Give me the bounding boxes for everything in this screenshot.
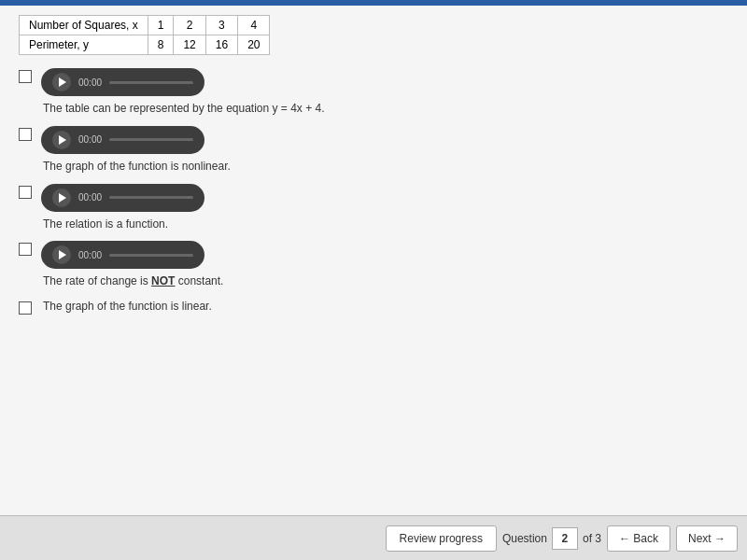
play-triangle-icon-2 (59, 135, 66, 145)
back-button[interactable]: ← Back (607, 525, 670, 552)
checkbox-5[interactable] (19, 301, 32, 315)
audio-player-1[interactable]: 00:00 (41, 68, 204, 96)
progress-bar-4 (109, 254, 193, 257)
next-button[interactable]: Next → (676, 525, 738, 552)
audio-player-3[interactable]: 00:00 (41, 184, 204, 212)
option-text-2: The graph of the function is nonlinear. (41, 159, 728, 175)
answer-option-2: 00:00 The graph of the function is nonli… (19, 126, 728, 175)
progress-bar-2 (109, 138, 193, 141)
option-content-2: 00:00 The graph of the function is nonli… (41, 126, 728, 175)
answer-option-1: 00:00 The table can be represented by th… (19, 68, 728, 117)
data-table: Number of Squares, x 1 2 3 4 Perimeter, … (19, 15, 270, 55)
play-triangle-icon-3 (59, 193, 66, 203)
option-text-4: The rate of change is NOT constant. (41, 273, 728, 289)
play-triangle-icon-1 (59, 77, 66, 87)
question-label: Question (502, 532, 547, 545)
table-val-2: 12 (174, 35, 205, 55)
table-row-label: Perimeter, y (20, 35, 148, 55)
checkbox-4[interactable] (19, 243, 32, 256)
play-button-1[interactable] (52, 73, 71, 91)
table-val-3: 16 (205, 35, 237, 55)
time-label-4: 00:00 (78, 250, 102, 260)
bottom-bar: Review progress Question 2 of 3 ← Back N… (0, 515, 747, 560)
table-col-1: 1 (148, 16, 174, 35)
time-label-3: 00:00 (78, 192, 102, 203)
option-content-4: 00:00 The rate of change is NOT constant… (41, 241, 728, 289)
play-triangle-icon-4 (59, 250, 66, 259)
answer-option-3: 00:00 The relation is a function. (19, 184, 728, 232)
main-content: Number of Squares, x 1 2 3 4 Perimeter, … (0, 6, 747, 560)
table-col-3: 3 (205, 16, 237, 35)
time-label-2: 00:00 (78, 134, 102, 145)
option-text-3: The relation is a function. (41, 217, 728, 232)
checkbox-1[interactable] (19, 70, 32, 83)
option-content-1: 00:00 The table can be represented by th… (41, 68, 728, 117)
audio-player-2[interactable]: 00:00 (41, 126, 204, 154)
time-label-1: 00:00 (78, 77, 102, 88)
play-button-2[interactable] (52, 131, 71, 149)
audio-player-4[interactable]: 00:00 (41, 241, 204, 269)
question-indicator: Question 2 of 3 (502, 527, 601, 550)
review-progress-button[interactable]: Review progress (386, 525, 497, 552)
play-button-4[interactable] (52, 245, 71, 264)
checkbox-2[interactable] (19, 128, 32, 141)
progress-bar-1 (109, 81, 193, 84)
checkbox-3[interactable] (19, 186, 32, 199)
play-button-3[interactable] (52, 189, 71, 207)
answer-option-4: 00:00 The rate of change is NOT constant… (19, 241, 728, 289)
option-text-5: The graph of the function is linear. (41, 299, 212, 315)
option-text-1: The table can be represented by the equa… (41, 101, 728, 117)
of-label: of 3 (583, 532, 601, 545)
table-val-4: 20 (238, 35, 270, 55)
question-area: Number of Squares, x 1 2 3 4 Perimeter, … (0, 6, 747, 515)
table-col-2: 2 (174, 16, 205, 35)
table-header-label: Number of Squares, x (20, 16, 148, 35)
progress-bar-3 (109, 196, 193, 199)
answer-option-5: The graph of the function is linear. (19, 299, 728, 315)
table-val-1: 8 (148, 35, 174, 55)
table-col-4: 4 (238, 16, 270, 35)
question-number-box: 2 (552, 527, 578, 550)
option-content-3: 00:00 The relation is a function. (41, 184, 728, 232)
